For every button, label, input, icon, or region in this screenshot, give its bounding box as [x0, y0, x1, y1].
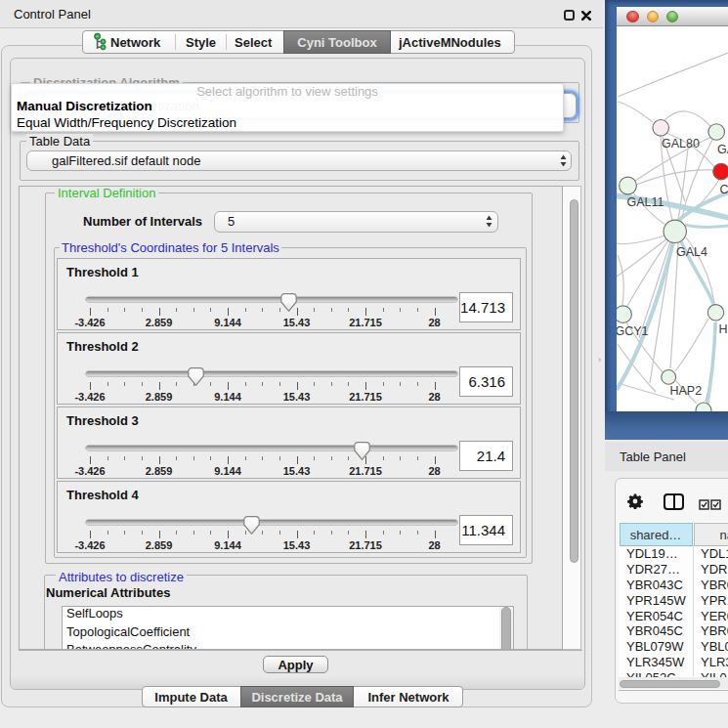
svg-text:GA: GA — [717, 143, 728, 156]
svg-text:GAL11: GAL11 — [627, 195, 664, 209]
svg-text:GAL4: GAL4 — [676, 245, 707, 259]
svg-text:HAP2: HAP2 — [670, 384, 703, 398]
svg-text:H: H — [719, 322, 728, 336]
svg-text:GCY1: GCY1 — [617, 324, 649, 338]
svg-text:C: C — [720, 183, 728, 196]
svg-text:GAL80: GAL80 — [662, 137, 700, 150]
